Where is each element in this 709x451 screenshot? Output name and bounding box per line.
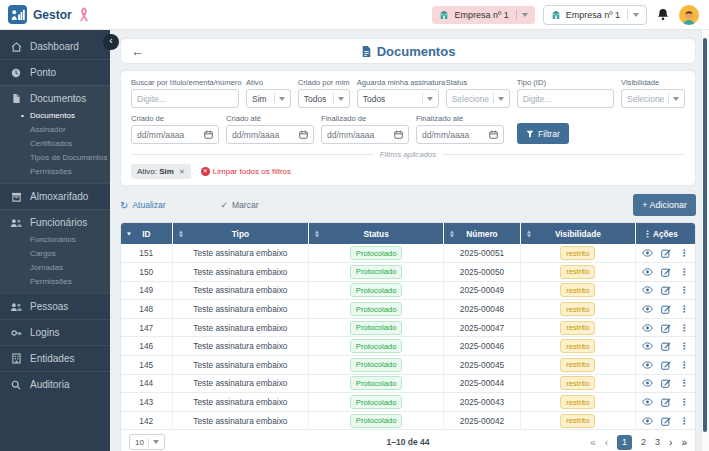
sidebar-item-funcionarios[interactable]: Funcionários xyxy=(0,210,110,232)
view-eye-icon[interactable] xyxy=(642,286,653,294)
edit-pencil-icon[interactable] xyxy=(661,416,671,426)
notifications-bell-icon[interactable] xyxy=(657,8,669,21)
company-selector-secondary[interactable]: Empresa nº 1 xyxy=(543,5,647,25)
submenu-item-permissoes[interactable]: Permissões xyxy=(30,274,110,288)
column-header-status[interactable]: Status xyxy=(309,223,444,244)
finalizado-ate-date-input[interactable]: dd/mm/aaaa xyxy=(416,125,504,144)
table-row[interactable]: 148 Teste assinatura embaixo Protocolado… xyxy=(121,300,695,319)
filter-chip-ativo[interactable]: Ativo: Sim ✕ xyxy=(131,164,191,179)
table-row[interactable]: 143 Teste assinatura embaixo Protocolado… xyxy=(121,393,695,412)
page-scrollbar-track[interactable] xyxy=(701,30,709,451)
criado-ate-date-input[interactable]: dd/mm/aaaa xyxy=(226,125,314,144)
sidebar-item-auditoria[interactable]: Auditoria xyxy=(0,371,110,397)
view-eye-icon[interactable] xyxy=(642,361,653,369)
submenu-item-jornadas[interactable]: Jornadas xyxy=(30,260,110,274)
page-button-3[interactable]: 3 xyxy=(655,437,660,447)
column-header-tipo[interactable]: Tipo xyxy=(172,223,309,244)
table-row[interactable]: 142 Teste assinatura embaixo Protocolado… xyxy=(121,411,695,430)
view-eye-icon[interactable] xyxy=(642,324,653,332)
sidebar-item-dashboard[interactable]: Dashboard xyxy=(0,34,110,59)
view-eye-icon[interactable] xyxy=(642,249,653,257)
row-more-options-icon[interactable]: ⋮ xyxy=(679,304,688,314)
sidebar-item-logins[interactable]: Logins xyxy=(0,319,110,345)
user-avatar[interactable] xyxy=(679,5,699,25)
next-page-button[interactable]: › xyxy=(669,437,672,448)
search-title-input[interactable] xyxy=(131,89,239,108)
submenu-item-cargos[interactable]: Cargos xyxy=(30,246,110,260)
edit-pencil-icon[interactable] xyxy=(661,304,671,314)
page-size-select[interactable]: 10 xyxy=(129,434,165,450)
sidebar-item-pessoas[interactable]: Pessoas xyxy=(0,293,110,319)
sidebar-item-entidades[interactable]: Entidades xyxy=(0,345,110,371)
table-row[interactable]: 150 Teste assinatura embaixo Protocolado… xyxy=(121,263,695,282)
column-options-icon[interactable]: ⋮ xyxy=(643,229,652,239)
sort-icon xyxy=(315,230,319,237)
last-page-button[interactable]: » xyxy=(681,437,687,448)
view-eye-icon[interactable] xyxy=(642,417,653,425)
refresh-button[interactable]: ↻ Atualizar xyxy=(120,200,165,211)
criado-de-date-input[interactable]: dd/mm/aaaa xyxy=(131,125,219,144)
filtrar-button[interactable]: Filtrar xyxy=(517,123,569,144)
tipo-id-input[interactable] xyxy=(517,89,614,108)
row-more-options-icon[interactable]: ⋮ xyxy=(679,360,688,370)
back-arrow-button[interactable]: ← xyxy=(131,44,144,59)
view-eye-icon[interactable] xyxy=(642,305,653,313)
submenu-item-documentos[interactable]: Documentos xyxy=(30,108,110,122)
table-row[interactable]: 147 Teste assinatura embaixo Protocolado… xyxy=(121,318,695,337)
edit-pencil-icon[interactable] xyxy=(661,360,671,370)
table-row[interactable]: 151 Teste assinatura embaixo Protocolado… xyxy=(121,244,695,263)
table-row[interactable]: 144 Teste assinatura embaixo Protocolado… xyxy=(121,374,695,393)
edit-pencil-icon[interactable] xyxy=(661,267,671,277)
add-button[interactable]: + Adicionar xyxy=(633,194,696,216)
page-scrollbar-thumb[interactable] xyxy=(703,38,707,432)
cell-status: Protocolado xyxy=(309,244,444,263)
table-row[interactable]: 149 Teste assinatura embaixo Protocolado… xyxy=(121,281,695,300)
prev-page-button[interactable]: ‹ xyxy=(605,437,608,448)
edit-pencil-icon[interactable] xyxy=(661,248,671,258)
edit-pencil-icon[interactable] xyxy=(661,285,671,295)
status-select[interactable]: Selecione... xyxy=(446,89,510,108)
column-header-visibilidade[interactable]: Visibilidade xyxy=(520,223,635,244)
mark-button[interactable]: ✓ Marcar xyxy=(220,200,258,210)
row-more-options-icon[interactable]: ⋮ xyxy=(679,341,688,351)
edit-pencil-icon[interactable] xyxy=(661,323,671,333)
row-more-options-icon[interactable]: ⋮ xyxy=(679,267,688,277)
criado-por-mim-select[interactable]: Todos xyxy=(298,89,350,108)
edit-pencil-icon[interactable] xyxy=(661,341,671,351)
row-more-options-icon[interactable]: ⋮ xyxy=(679,248,688,258)
sidebar-collapse-button[interactable]: ‹ xyxy=(103,34,119,50)
table-row[interactable]: 145 Teste assinatura embaixo Protocolado… xyxy=(121,356,695,375)
submenu-item-funcionarios[interactable]: Funcionários xyxy=(30,232,110,246)
visibilidade-select[interactable]: Selecione... xyxy=(621,89,685,108)
table-row[interactable]: 146 Teste assinatura embaixo Protocolado… xyxy=(121,337,695,356)
view-eye-icon[interactable] xyxy=(642,379,653,387)
aguarda-assinatura-select[interactable]: Todos xyxy=(357,89,439,108)
edit-pencil-icon[interactable] xyxy=(661,397,671,407)
sidebar-item-ponto[interactable]: Ponto xyxy=(0,59,110,85)
view-eye-icon[interactable] xyxy=(642,268,653,276)
column-header-numero[interactable]: Número xyxy=(444,223,521,244)
row-more-options-icon[interactable]: ⋮ xyxy=(679,397,688,407)
row-more-options-icon[interactable]: ⋮ xyxy=(679,323,688,333)
submenu-item-permissoes[interactable]: Permissões xyxy=(30,164,110,178)
submenu-item-tipos-de-documentos[interactable]: Tipos de Documentos xyxy=(30,150,110,164)
column-header-id[interactable]: ID xyxy=(121,223,172,244)
sidebar-item-almoxarifado[interactable]: Almoxarifado xyxy=(0,183,110,209)
view-eye-icon[interactable] xyxy=(642,342,653,350)
company-selector-current[interactable]: Empresa nº 1 xyxy=(432,6,534,24)
first-page-button[interactable]: « xyxy=(590,437,596,448)
row-more-options-icon[interactable]: ⋮ xyxy=(679,378,688,388)
page-button-2[interactable]: 2 xyxy=(641,437,646,447)
chip-close-icon[interactable]: ✕ xyxy=(179,168,185,176)
finalizado-de-date-input[interactable]: dd/mm/aaaa xyxy=(321,125,409,144)
submenu-item-certificados[interactable]: Certificados xyxy=(30,136,110,150)
clear-all-filters-link[interactable]: ✕ Limpar todos os filtros xyxy=(201,167,291,176)
view-eye-icon[interactable] xyxy=(642,398,653,406)
page-button-1[interactable]: 1 xyxy=(617,435,632,450)
sidebar-item-documentos[interactable]: Documentos xyxy=(0,86,110,108)
row-more-options-icon[interactable]: ⋮ xyxy=(679,285,688,295)
row-more-options-icon[interactable]: ⋮ xyxy=(679,416,688,426)
edit-pencil-icon[interactable] xyxy=(661,378,671,388)
ativo-select[interactable]: Sim xyxy=(246,89,291,108)
submenu-item-assinador[interactable]: Assinador xyxy=(30,122,110,136)
